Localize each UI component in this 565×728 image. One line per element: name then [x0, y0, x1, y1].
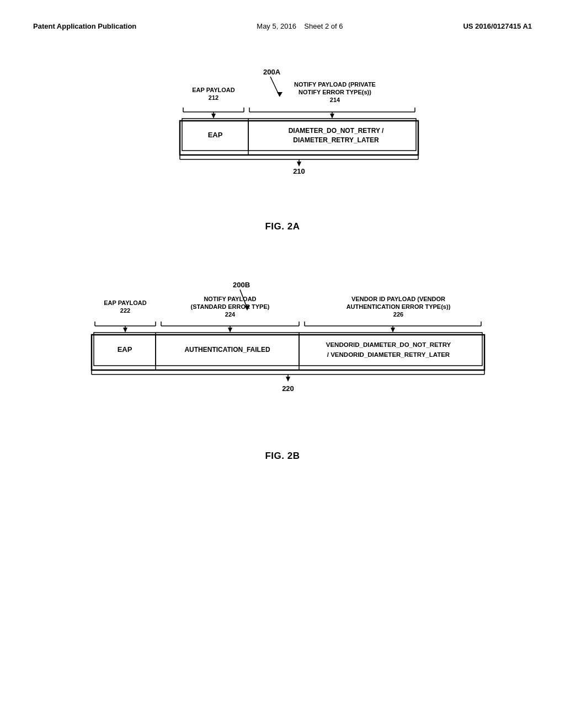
svg-text:VENDORID_DIAMETER_DO_NOT_RETRY: VENDORID_DIAMETER_DO_NOT_RETRY [326, 341, 451, 348]
sheet-info: Sheet 2 of 6 [304, 22, 343, 30]
svg-marker-12 [211, 114, 216, 119]
svg-text:226: 226 [393, 311, 403, 318]
svg-text:EAP: EAP [208, 131, 223, 139]
svg-marker-29 [297, 162, 301, 167]
page: Patent Application Publication May 5, 20… [0, 0, 565, 728]
fig2b-diagram: 200B EAP PAYLOAD 222 NOTIFY PAYLOAD (STA… [84, 276, 481, 442]
svg-text:224: 224 [225, 311, 236, 318]
svg-text:220: 220 [282, 384, 294, 393]
svg-text:DIAMETER_RETRY_LATER: DIAMETER_RETRY_LATER [293, 136, 379, 144]
svg-text:VENDOR ID PAYLOAD (VENDOR: VENDOR ID PAYLOAD (VENDOR [351, 296, 445, 302]
svg-marker-71 [286, 377, 290, 382]
fig2a-caption: FIG. 2A [265, 221, 300, 232]
patent-number: US 2016/0127415 A1 [463, 22, 532, 30]
svg-text:214: 214 [330, 97, 340, 103]
svg-marker-51 [228, 328, 232, 333]
svg-text:212: 212 [209, 94, 218, 101]
svg-text:NOTIFY PAYLOAD: NOTIFY PAYLOAD [204, 296, 256, 302]
svg-rect-57 [94, 333, 482, 366]
svg-text:200B: 200B [233, 281, 250, 289]
svg-marker-56 [391, 328, 395, 333]
svg-marker-2 [277, 92, 282, 97]
svg-text:EAP PAYLOAD: EAP PAYLOAD [104, 299, 146, 306]
svg-text:EAP PAYLOAD: EAP PAYLOAD [192, 87, 234, 93]
svg-text:(STANDARD ERROR TYPE): (STANDARD ERROR TYPE) [191, 303, 270, 310]
svg-text:AUTHENTICATION ERROR TYPE(s)): AUTHENTICATION ERROR TYPE(s)) [347, 303, 451, 310]
publication-label: Patent Application Publication [33, 22, 136, 30]
svg-text:NOTIFY ERROR TYPE(s)): NOTIFY ERROR TYPE(s)) [299, 89, 371, 95]
pub-date: May 5, 2016 [257, 22, 296, 30]
svg-text:DIAMETER_DO_NOT_RETRY /: DIAMETER_DO_NOT_RETRY / [289, 127, 384, 135]
figures-area: 200A EAP PAYLOAD 212 NOTIFY PAYLOAD (PRI… [33, 63, 532, 462]
svg-text:AUTHENTICATION_FAILED: AUTHENTICATION_FAILED [184, 346, 270, 354]
fig2b-caption: FIG. 2B [265, 451, 300, 462]
figure-2a-block: 200A EAP PAYLOAD 212 NOTIFY PAYLOAD (PRI… [150, 63, 415, 232]
figure-2b-block: 200B EAP PAYLOAD 222 NOTIFY PAYLOAD (STA… [84, 276, 481, 462]
svg-text:210: 210 [293, 167, 305, 175]
svg-marker-46 [123, 328, 127, 333]
svg-text:200A: 200A [263, 68, 281, 76]
svg-marker-17 [330, 114, 334, 119]
svg-text:EAP: EAP [118, 345, 132, 354]
fig2a-diagram: 200A EAP PAYLOAD 212 NOTIFY PAYLOAD (PRI… [150, 63, 415, 212]
svg-text:NOTIFY PAYLOAD (PRIVATE: NOTIFY PAYLOAD (PRIVATE [294, 81, 376, 88]
svg-text:/ VENDORID_DIAMETER_RETRY_LATE: / VENDORID_DIAMETER_RETRY_LATER [327, 351, 450, 358]
svg-text:222: 222 [120, 307, 130, 314]
date-sheet: May 5, 2016 Sheet 2 of 6 [257, 22, 343, 30]
page-header: Patent Application Publication May 5, 20… [33, 22, 532, 30]
